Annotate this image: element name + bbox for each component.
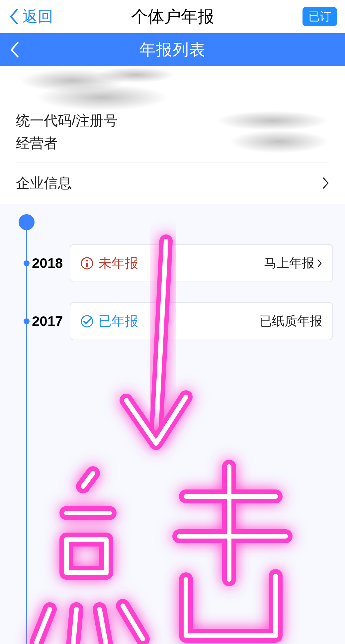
sub-header-title: 年报列表 (139, 39, 206, 60)
chevron-right-icon (322, 177, 329, 189)
top-nav: 返回 个体户年报 已订 (0, 0, 345, 33)
chevron-right-icon (317, 259, 322, 268)
year-card-2018[interactable]: 未年报 马上年报 (70, 244, 333, 282)
page-title: 个体户年报 (131, 6, 214, 28)
timeline-dot (24, 260, 30, 266)
year-row-2018: 2018 未年报 马上年报 (0, 244, 345, 282)
code-label: 统一代码/注册号 (16, 111, 118, 130)
info-circle-icon (80, 257, 94, 270)
status-not-reported: 未年报 (80, 254, 138, 272)
year-label: 2018 (0, 255, 70, 271)
year-timeline: 2018 未年报 马上年报 2017 (0, 204, 345, 644)
chevron-left-icon (9, 9, 19, 25)
operator-label: 经营者 (16, 134, 58, 153)
info-row-code: 统一代码/注册号 (16, 111, 329, 131)
subscribe-badge[interactable]: 已订 (302, 7, 337, 26)
year-card-2017[interactable]: 已年报 已纸质年报 (70, 302, 333, 340)
redacted-name (16, 71, 329, 111)
timeline-dot (24, 318, 30, 324)
redacted-operator-value (216, 133, 329, 153)
back-button[interactable]: 返回 (9, 0, 53, 33)
timeline-start-dot (19, 214, 35, 230)
sub-header: 年报列表 (0, 33, 345, 66)
info-row-operator: 经营者 (16, 133, 329, 153)
action-label: 马上年报 (264, 255, 314, 272)
info-card: 统一代码/注册号 经营者 企业信息 (0, 66, 345, 204)
year-row-2017: 2017 已年报 已纸质年报 (0, 302, 345, 340)
company-info-link[interactable]: 企业信息 (16, 163, 329, 204)
check-circle-icon (80, 315, 94, 328)
report-now-action[interactable]: 马上年报 (264, 255, 322, 272)
company-info-label: 企业信息 (16, 174, 72, 192)
year-label: 2017 (0, 313, 70, 329)
action-label: 已纸质年报 (259, 313, 322, 330)
back-label: 返回 (23, 6, 53, 27)
svg-point-1 (81, 316, 93, 327)
reported-paper-label: 已纸质年报 (259, 313, 322, 330)
redacted-code-value (216, 111, 329, 131)
status-text: 未年报 (98, 254, 138, 272)
status-text: 已年报 (98, 312, 138, 330)
status-reported: 已年报 (80, 312, 138, 330)
